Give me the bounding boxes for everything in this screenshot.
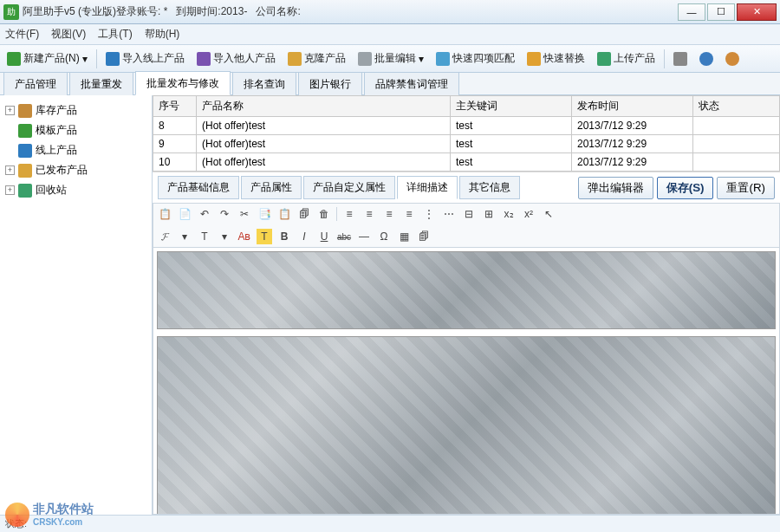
menu-help[interactable]: 帮助(H) xyxy=(145,27,180,42)
tree-item-3[interactable]: +已发布产品 xyxy=(3,160,148,180)
editor-tool-icon[interactable]: Aʙ xyxy=(237,229,252,244)
top-tab-2[interactable]: 批量发布与修改 xyxy=(135,71,231,95)
settings-icon[interactable] xyxy=(670,50,691,68)
top-tab-5[interactable]: 品牌禁售词管理 xyxy=(364,72,459,95)
quick-match-button[interactable]: 快速四项匹配 xyxy=(432,49,518,68)
maximize-button[interactable]: ☐ xyxy=(707,3,735,21)
editor-tool-icon[interactable]: 🗐 xyxy=(416,229,432,244)
editor-tool-icon[interactable]: I xyxy=(296,229,312,244)
editor-tool-icon[interactable]: ≡ xyxy=(381,206,397,222)
editor-tool-icon[interactable]: 📋 xyxy=(276,206,292,222)
editor-tool-icon[interactable]: ≡ xyxy=(401,206,417,222)
editor-tool-icon[interactable]: ≡ xyxy=(361,206,377,222)
tree-item-4[interactable]: +回收站 xyxy=(3,180,148,200)
clone-product-button[interactable]: 克隆产品 xyxy=(284,49,349,68)
sub-tabs: 产品基础信息产品属性产品自定义属性详细描述其它信息 xyxy=(158,176,575,199)
app-icon: 助 xyxy=(3,4,19,20)
editor-tool-icon[interactable]: ▾ xyxy=(217,229,232,244)
help-icon[interactable] xyxy=(696,50,717,68)
top-tab-3[interactable]: 排名查询 xyxy=(232,72,296,95)
quick-replace-button[interactable]: 快速替换 xyxy=(523,49,588,68)
editor-tool-icon[interactable]: x₂ xyxy=(501,206,517,222)
grid-header[interactable]: 产品名称 xyxy=(197,96,451,117)
editor-tool-icon[interactable]: ✂ xyxy=(237,206,252,222)
sub-tab-1[interactable]: 产品属性 xyxy=(241,176,302,199)
watermark: 非凡软件站 CRSKY.com xyxy=(5,502,94,527)
editor-tool-icon[interactable]: ↖ xyxy=(541,206,556,222)
editor-tool-icon[interactable]: 🗑 xyxy=(316,206,332,222)
menubar: 文件(F) 视图(V) 工具(T) 帮助(H) xyxy=(0,24,780,45)
editor-tool-icon[interactable]: ▾ xyxy=(177,229,192,244)
product-grid-wrap: 序号产品名称主关键词发布时间状态 8(Hot offer)testtest201… xyxy=(153,95,780,172)
editor-tool-icon[interactable]: ⊟ xyxy=(461,206,477,222)
import-online-button[interactable]: 导入线上产品 xyxy=(102,49,188,68)
product-image-1 xyxy=(157,251,776,329)
editor-tool-icon[interactable]: ⋮ xyxy=(421,206,437,222)
editor-tool-icon[interactable]: 📑 xyxy=(257,206,272,222)
table-row[interactable]: 10(Hot offer)testtest2013/7/12 9:29 xyxy=(153,153,780,172)
close-button[interactable]: ✕ xyxy=(737,3,777,21)
table-row[interactable]: 8(Hot offer)testtest2013/7/12 9:29 xyxy=(153,117,780,135)
product-grid[interactable]: 序号产品名称主关键词发布时间状态 8(Hot offer)testtest201… xyxy=(153,95,780,172)
toolbar: 新建产品(N) ▾ 导入线上产品 导入他人产品 克隆产品 批量编辑 ▾ 快速四项… xyxy=(0,45,780,73)
editor-toolbar: 📋📄↶↷✂📑📋🗐🗑≡≡≡≡⋮⋯⊟⊞x₂x²↖ 𝓕▾T▾AʙTBIUabc—Ω▦🗐 xyxy=(153,203,780,247)
menu-view[interactable]: 视图(V) xyxy=(51,27,86,42)
grid-header[interactable]: 状态 xyxy=(693,96,780,117)
editor-tool-icon[interactable]: abc xyxy=(336,229,352,244)
menu-tools[interactable]: 工具(T) xyxy=(98,27,132,42)
import-others-button[interactable]: 导入他人产品 xyxy=(193,49,279,68)
editor-tool-icon[interactable]: ↶ xyxy=(197,206,212,222)
top-tab-1[interactable]: 批量重发 xyxy=(69,72,133,95)
editor-tool-icon[interactable]: 🗐 xyxy=(296,206,312,222)
reset-button[interactable]: 重置(R) xyxy=(717,177,775,199)
editor-tool-icon[interactable]: U xyxy=(316,229,332,244)
minimize-button[interactable]: — xyxy=(678,3,705,21)
editor-tool-icon[interactable]: 📋 xyxy=(157,206,172,222)
menu-file[interactable]: 文件(F) xyxy=(5,27,39,42)
editor-tool-icon[interactable]: ⋯ xyxy=(441,206,457,222)
sub-tab-4[interactable]: 其它信息 xyxy=(459,176,520,199)
save-button[interactable]: 保存(S) xyxy=(657,177,714,199)
popup-editor-button[interactable]: 弹出编辑器 xyxy=(578,177,653,199)
tree-panel: +库存产品模板产品线上产品+已发布产品+回收站 xyxy=(0,95,153,515)
top-tab-0[interactable]: 产品管理 xyxy=(3,72,68,95)
upload-products-button[interactable]: 上传产品 xyxy=(594,49,659,68)
titlebar: 助 阿里助手v5 (专业版)登录账号: * 到期时间:2013- 公司名称: —… xyxy=(0,0,780,24)
editor-tool-icon[interactable]: Ω xyxy=(376,229,392,244)
grid-header[interactable]: 主关键词 xyxy=(451,96,572,117)
grid-header[interactable]: 发布时间 xyxy=(572,96,693,117)
editor-tool-icon[interactable]: 📄 xyxy=(177,206,192,222)
product-image-2 xyxy=(157,336,776,515)
user-icon[interactable] xyxy=(722,50,743,68)
editor-tool-icon[interactable]: T xyxy=(197,229,212,244)
editor-tool-icon[interactable]: ↷ xyxy=(217,206,232,222)
tree-item-0[interactable]: +库存产品 xyxy=(3,101,148,120)
grid-header[interactable]: 序号 xyxy=(153,96,197,117)
sub-tab-0[interactable]: 产品基础信息 xyxy=(158,176,239,199)
editor-tool-icon[interactable]: — xyxy=(356,229,372,244)
editor-body[interactable] xyxy=(153,247,780,515)
statusbar: 状态: xyxy=(0,515,780,532)
editor-tool-icon[interactable]: B xyxy=(276,229,292,244)
editor-tool-icon[interactable]: ▦ xyxy=(396,229,412,244)
window-title: 阿里助手v5 (专业版)登录账号: * 到期时间:2013- 公司名称: xyxy=(23,4,301,19)
new-product-button[interactable]: 新建产品(N) ▾ xyxy=(3,49,91,68)
watermark-logo-icon xyxy=(5,503,29,527)
top-tab-4[interactable]: 图片银行 xyxy=(298,72,362,95)
editor-tool-icon[interactable]: ⊞ xyxy=(481,206,497,222)
editor-tool-icon[interactable]: ≡ xyxy=(341,206,357,222)
sub-tab-2[interactable]: 产品自定义属性 xyxy=(303,176,395,199)
sub-tab-3[interactable]: 详细描述 xyxy=(397,176,458,199)
table-row[interactable]: 9(Hot offer)testtest2013/7/12 9:29 xyxy=(153,135,780,153)
editor-tool-icon[interactable]: T xyxy=(257,229,272,244)
tree-item-2[interactable]: 线上产品 xyxy=(3,140,148,160)
top-tabs: 产品管理批量重发批量发布与修改排名查询图片银行品牌禁售词管理 xyxy=(0,73,780,95)
editor-tool-icon[interactable]: 𝓕 xyxy=(157,229,172,244)
tree-item-1[interactable]: 模板产品 xyxy=(3,120,148,140)
bulk-edit-button[interactable]: 批量编辑 ▾ xyxy=(354,49,427,68)
editor-tool-icon[interactable]: x² xyxy=(521,206,536,222)
